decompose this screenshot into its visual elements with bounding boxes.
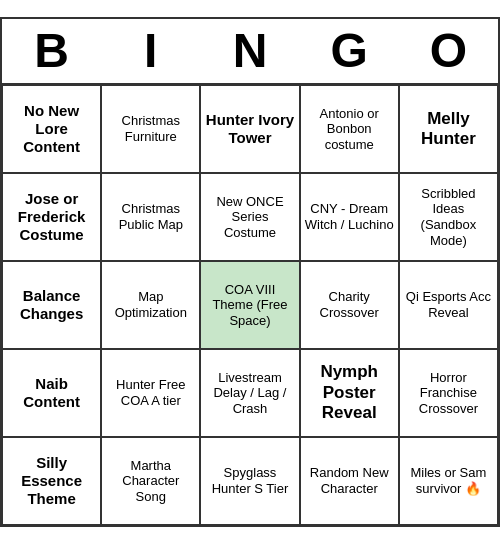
cell-r1-c3[interactable]: CNY - Dream Witch / Luchino <box>300 173 399 261</box>
bingo-grid: No New Lore ContentChristmas FurnitureHu… <box>2 85 498 525</box>
cell-r0-c3[interactable]: Antonio or Bonbon costume <box>300 85 399 173</box>
letter-g: G <box>303 27 395 75</box>
cell-r4-c0[interactable]: Silly Essence Theme <box>2 437 101 525</box>
cell-r3-c3[interactable]: Nymph Poster Reveal <box>300 349 399 437</box>
cell-r2-c4[interactable]: Qi Esports Acc Reveal <box>399 261 498 349</box>
cell-r4-c3[interactable]: Random New Character <box>300 437 399 525</box>
cell-r1-c0[interactable]: Jose or Frederick Costume <box>2 173 101 261</box>
cell-r3-c0[interactable]: Naib Content <box>2 349 101 437</box>
cell-r1-c4[interactable]: Scribbled Ideas (Sandbox Mode) <box>399 173 498 261</box>
cell-r0-c1[interactable]: Christmas Furniture <box>101 85 200 173</box>
letter-o: O <box>402 27 494 75</box>
bingo-card: B I N G O No New Lore ContentChristmas F… <box>0 17 500 527</box>
cell-r2-c0[interactable]: Balance Changes <box>2 261 101 349</box>
cell-r0-c4[interactable]: Melly Hunter <box>399 85 498 173</box>
cell-r4-c2[interactable]: Spyglass Hunter S Tier <box>200 437 299 525</box>
cell-r0-c0[interactable]: No New Lore Content <box>2 85 101 173</box>
bingo-header: B I N G O <box>2 19 498 85</box>
cell-r3-c2[interactable]: Livestream Delay / Lag / Crash <box>200 349 299 437</box>
cell-r2-c2[interactable]: COA VIII Theme (Free Space) <box>200 261 299 349</box>
letter-n: N <box>204 27 296 75</box>
letter-i: I <box>105 27 197 75</box>
cell-r3-c4[interactable]: Horror Franchise Crossover <box>399 349 498 437</box>
cell-r2-c1[interactable]: Map Optimization <box>101 261 200 349</box>
cell-r1-c1[interactable]: Christmas Public Map <box>101 173 200 261</box>
cell-r1-c2[interactable]: New ONCE Series Costume <box>200 173 299 261</box>
cell-r4-c4[interactable]: Miles or Sam survivor 🔥 <box>399 437 498 525</box>
cell-r3-c1[interactable]: Hunter Free COA A tier <box>101 349 200 437</box>
cell-r4-c1[interactable]: Martha Character Song <box>101 437 200 525</box>
letter-b: B <box>6 27 98 75</box>
cell-r2-c3[interactable]: Charity Crossover <box>300 261 399 349</box>
cell-r0-c2[interactable]: Hunter Ivory Tower <box>200 85 299 173</box>
